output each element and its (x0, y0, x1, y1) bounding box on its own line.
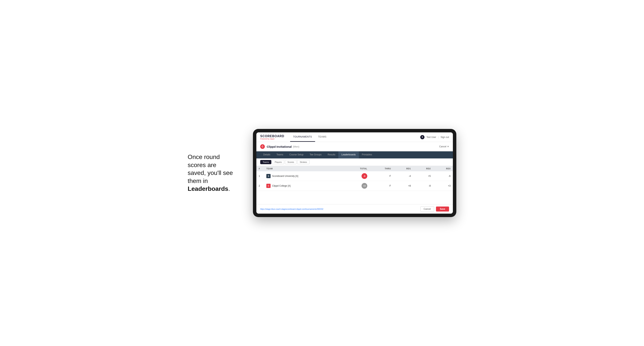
rd1-2: +8 (393, 181, 413, 191)
tablet-screen: SCOREBOARD Powered by clippd TOURNAMENTS… (256, 132, 453, 214)
app-header: SCOREBOARD Powered by clippd TOURNAMENTS… (256, 132, 453, 142)
user-name: Test User (426, 136, 436, 139)
table-header: # TEAM TOTAL THRU RD1 RD2 RD3 (256, 166, 453, 171)
thru-1: F (370, 171, 393, 181)
score-badge-1: -5 (362, 173, 367, 179)
tab-tee-groups[interactable]: Tee Groups (306, 151, 324, 159)
col-rank: # (256, 166, 264, 171)
main-nav: TOURNAMENTS TEAMS (290, 132, 330, 142)
user-avatar: S (420, 135, 424, 139)
rd2-1: +5 (413, 171, 433, 181)
subtab-teams[interactable]: Teams (260, 160, 271, 164)
subtab-scores[interactable]: Scores (285, 160, 296, 164)
col-rd2: RD2 (413, 166, 433, 171)
table-row: 2 C Clippd College [A] +3 F (256, 181, 453, 191)
col-team: TEAM (264, 166, 344, 171)
footer-cancel-button[interactable]: Cancel (420, 206, 434, 212)
leaderboard-content: # TEAM TOTAL THRU RD1 RD2 RD3 1 (256, 166, 453, 204)
col-rd3: RD3 (433, 166, 453, 171)
tournament-cancel-button[interactable]: Cancel ✕ (439, 145, 449, 148)
rd3-2: +3 (433, 181, 453, 191)
leaderboard-table: # TEAM TOTAL THRU RD1 RD2 RD3 1 (256, 166, 453, 191)
app-logo-title: SCOREBOARD (260, 135, 284, 138)
tab-course-setup[interactable]: Course Setup (286, 151, 306, 159)
tournament-header: C Clippd Invitational (Men) Cancel ✕ (256, 142, 453, 151)
subtab-players[interactable]: Players (272, 160, 284, 164)
thru-2: F (370, 181, 393, 191)
leaderboards-emphasis: Leaderboards (188, 185, 228, 192)
total-1: -5 (344, 171, 370, 181)
tab-leaderboards[interactable]: Leaderboards (338, 151, 359, 159)
team-name-2: C Clippd College [A] (264, 181, 344, 191)
score-badge-2: +3 (362, 183, 367, 189)
sign-out-link[interactable]: Sign out (440, 136, 449, 139)
team-name-1: S Scoreboard University [A] (264, 171, 344, 181)
logo-area: SCOREBOARD Powered by clippd (260, 135, 284, 140)
table-row: 1 S Scoreboard University [A] -5 F (256, 171, 453, 181)
rd1-1: -4 (393, 171, 413, 181)
subtab-strokes[interactable]: Strokes (297, 160, 309, 164)
tournament-logo: C (260, 144, 265, 149)
team-logo-1: S (266, 174, 270, 178)
sub-tabs-bar: Teams Players Scores Strokes (256, 159, 453, 166)
app-logo-sub: Powered by clippd (260, 138, 284, 140)
nav-tournaments[interactable]: TOURNAMENTS (290, 132, 315, 142)
col-rd1: RD1 (393, 166, 413, 171)
footer: https://stage-blue-coach.stagescoreboard… (256, 204, 453, 214)
main-tabs-bar: Details Teams Course Setup Tee Groups Re… (256, 151, 453, 159)
cancel-icon: ✕ (447, 145, 449, 148)
header-user-area: S Test User | Sign out (420, 135, 449, 139)
rd2-2: -8 (413, 181, 433, 191)
instruction-text: Once round scores are saved, you'll see … (188, 153, 242, 193)
tournament-name: Clippd Invitational (267, 145, 292, 148)
team-logo-2: C (266, 184, 270, 188)
rd3-1: -6 (433, 171, 453, 181)
tab-details[interactable]: Details (260, 151, 274, 159)
col-thru: THRU (370, 166, 393, 171)
footer-save-button[interactable]: Save (436, 206, 449, 211)
separator: | (438, 136, 439, 139)
nav-teams[interactable]: TEAMS (315, 132, 330, 142)
col-total: TOTAL (344, 166, 370, 171)
tab-results[interactable]: Results (324, 151, 338, 159)
tab-teams[interactable]: Teams (274, 151, 286, 159)
tablet-device: SCOREBOARD Powered by clippd TOURNAMENTS… (253, 129, 456, 217)
rank-2: 2 (256, 181, 264, 191)
rank-1: 1 (256, 171, 264, 181)
tournament-type: (Men) (293, 145, 299, 148)
footer-url: https://stage-blue-coach.stagescoreboard… (260, 208, 323, 210)
tab-printables[interactable]: Printables (359, 151, 375, 159)
total-2: +3 (344, 181, 370, 191)
